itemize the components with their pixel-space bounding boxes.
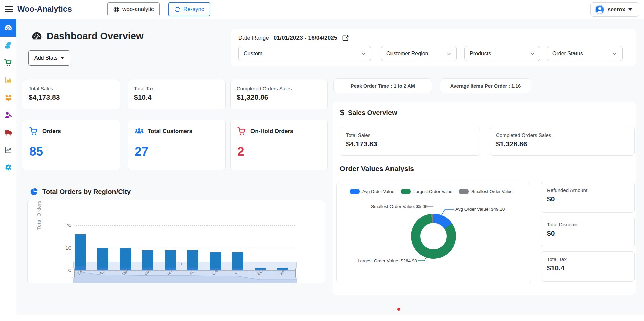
card-refunded-amount: Refunded Amount $0: [541, 182, 635, 213]
sidebar-item-cart[interactable]: [0, 54, 16, 71]
caret-down-icon: [628, 8, 632, 11]
annotation-avg-order-value: Avg Order Value: $49.10: [455, 207, 505, 212]
sidebar-item-line-chart[interactable]: [0, 141, 16, 159]
products-select[interactable]: Products: [464, 46, 540, 61]
add-stats-label: Add Stats: [34, 55, 57, 61]
customer-region-select[interactable]: Customer Region: [381, 46, 457, 61]
x-axis-tick: [92, 271, 92, 272]
stat-label: Total Tax: [547, 256, 629, 262]
sidebar-item-dashboard[interactable]: [0, 19, 16, 37]
bar-AZ[interactable]: [97, 248, 108, 270]
x-axis-tick: [114, 271, 114, 272]
x-axis-tick: [182, 271, 182, 272]
legend-label: Smallest Order Value: [471, 189, 513, 194]
refresh-icon: [174, 6, 181, 13]
card-total-tax: Total Tax $10.4: [541, 251, 635, 282]
add-stats-button[interactable]: Add Stats: [28, 50, 70, 66]
avatar: [595, 5, 605, 15]
sidebar-item-box-open[interactable]: [0, 89, 16, 106]
order-status-select[interactable]: Order Status: [547, 46, 623, 61]
date-range-value: 01/01/2023 - 16/04/2025: [274, 35, 337, 41]
bar-chart-title-text: Total Orders by Region/City: [42, 188, 131, 196]
chevron-down-icon: [612, 51, 617, 56]
annotation-largest-order-value: Largest Order Value: $264.98: [358, 258, 417, 263]
y-tick-label: 10: [60, 245, 71, 251]
stat-card-completed-orders-sales: Completed Orders Sales $1,328.86: [230, 80, 328, 109]
donut-hole: [420, 223, 447, 249]
navigator-mini-bar: [232, 268, 243, 270]
stat-label: Total Tax: [134, 86, 219, 91]
chevron-down-icon: [447, 51, 451, 56]
bar-WA[interactable]: [120, 248, 131, 270]
y-tick-label: 20: [60, 222, 71, 228]
edit-date-range-icon[interactable]: [342, 34, 349, 41]
metric-value: 85: [29, 145, 113, 159]
gear-icon: [4, 163, 12, 171]
sales-card-total-sales: Total Sales $4,173.83: [340, 127, 480, 156]
navigator-handle-right[interactable]: [295, 268, 298, 278]
legend-label: Avg Order Value: [362, 189, 394, 194]
navigator-handle-left[interactable]: [72, 268, 75, 278]
metric-label: Orders: [42, 128, 61, 135]
stat-value: $10.4: [134, 93, 219, 101]
menu-toggle-icon[interactable]: [5, 6, 13, 12]
average-items-pill: Average Items Per Order : 1.16: [440, 78, 531, 93]
bar-GA[interactable]: [142, 250, 153, 270]
stat-label: Total Sales: [346, 132, 474, 138]
date-preset-select[interactable]: Custom: [238, 46, 371, 61]
legend-label: Largest Order Value: [413, 189, 452, 194]
box-open-icon: [4, 94, 12, 102]
site-button[interactable]: woo-analytic: [107, 2, 160, 16]
resync-button[interactable]: Re-sync: [168, 2, 210, 16]
legend-item[interactable]: Smallest Order Value: [459, 189, 513, 194]
x-axis-tick: [249, 271, 249, 272]
page-title-text: Dashboard Overview: [47, 31, 144, 42]
bar-FL[interactable]: [187, 250, 198, 270]
user-menu-button[interactable]: seerox: [590, 2, 639, 17]
sidebar-nav: [0, 19, 16, 321]
stat-card-total-sales: Total Sales $4,173.83: [22, 80, 120, 109]
sidebar-item-truck[interactable]: [0, 124, 16, 141]
date-range-label: Date Range: [238, 35, 269, 41]
stat-card-total-tax: Total Tax $10.4: [128, 80, 226, 109]
legend-swatch: [401, 189, 411, 194]
metric-value: 27: [135, 145, 219, 159]
order-values-analysis-title: Order Values Analysis: [340, 165, 414, 173]
sidebar-item-coins[interactable]: [0, 37, 16, 54]
sales-overview-panel: $ Sales Overview Total Sales $4,173.83 C…: [333, 102, 636, 295]
stat-label: Total Discount: [547, 222, 629, 227]
stat-value: $1,328.86: [496, 140, 629, 148]
caret-down-icon: [61, 57, 64, 59]
metric-label: Total Customers: [148, 128, 192, 135]
sales-overview-title: Sales Overview: [348, 109, 397, 117]
user-tag-icon: [4, 111, 12, 119]
navigator-grip[interactable]: [181, 263, 184, 265]
truck-icon: [4, 128, 12, 137]
sidebar-item-area-chart[interactable]: [0, 71, 16, 89]
sidebar-item-user-tag[interactable]: [0, 106, 16, 124]
x-axis-tick: [159, 271, 159, 272]
page-title: Dashboard Overview: [31, 31, 144, 42]
tachometer-icon: [31, 31, 42, 42]
peak-order-time-pill: Peak Order Time : 1 to 2 AM: [333, 78, 432, 93]
cart-icon: [237, 127, 246, 136]
red-dot: [397, 308, 400, 311]
legend-item[interactable]: Avg Order Value: [350, 189, 394, 194]
sales-card-completed-orders: Completed Orders Sales $1,328.86: [490, 127, 635, 156]
bar-chart-card[interactable]: Total Orders 01020TXAZWAGANYFLCAILBCWI: [27, 200, 325, 283]
sidebar-item-gear[interactable]: [0, 159, 16, 176]
order-status-value: Order Status: [552, 51, 583, 57]
bar-NY[interactable]: [165, 250, 176, 270]
legend-item[interactable]: Largest Order Value: [401, 189, 452, 194]
stat-label: Completed Orders Sales: [496, 132, 629, 138]
stat-label: Completed Orders Sales: [237, 86, 321, 91]
area-chart-icon: [4, 76, 12, 84]
stat-label: Total Sales: [29, 86, 114, 91]
app-brand: Woo-Analytics: [17, 5, 72, 14]
x-axis-tick: [137, 271, 137, 272]
donut-legend: Avg Order ValueLargest Order ValueSmalle…: [350, 189, 513, 194]
filter-panel: Date Range 01/01/2023 - 16/04/2025 Custo…: [231, 29, 636, 66]
products-value: Products: [470, 51, 491, 57]
bar-TX[interactable]: [75, 234, 86, 270]
stat-value: $4,173.83: [29, 93, 114, 101]
